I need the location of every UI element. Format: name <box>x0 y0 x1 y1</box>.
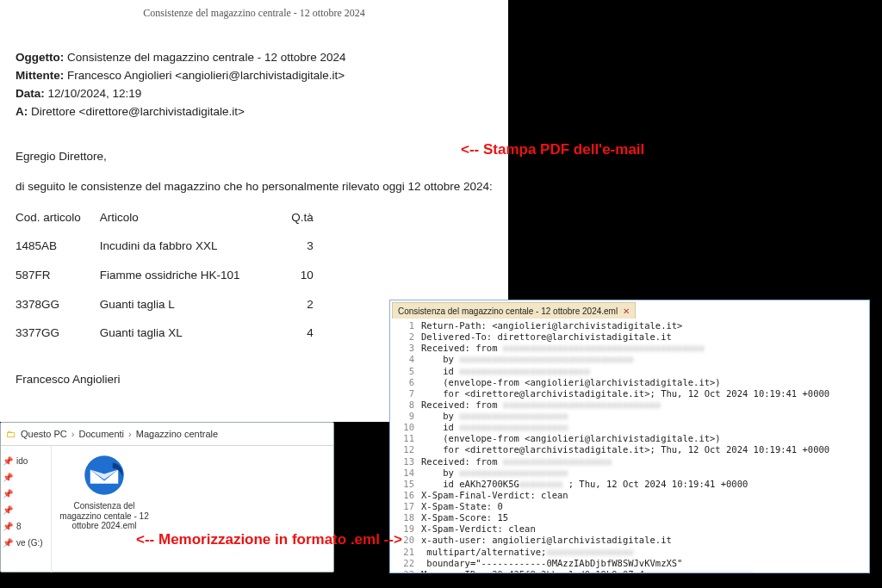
eml-source-editor: Consistenza del magazzino centale - 12 o… <box>389 300 870 573</box>
folder-icon: 🗀 <box>6 429 16 439</box>
value-to: Direttore <direttore@larchivistadigitale… <box>31 105 245 118</box>
table-row: 587FRFiamme ossidriche HK-10110 <box>16 261 320 290</box>
stock-table: Cod. articolo Articolo Q.tà 1485ABIncudi… <box>16 205 320 348</box>
table-row: 3378GGGuanti taglia L2 <box>16 290 320 319</box>
col-code: Cod. articolo <box>16 205 100 232</box>
label-subject: Oggetto: <box>16 51 64 64</box>
crumb[interactable]: Magazzino centrale <box>136 429 218 439</box>
annotation-eml: <-- Memorizzazione in formato .eml --> <box>136 531 402 548</box>
editor-tab[interactable]: Consistenza del magazzino centale - 12 o… <box>392 302 636 319</box>
annotation-pdf: <-- Stampa PDF dell'e-mail <box>461 141 644 158</box>
value-date: 12/10/2024, 12:19 <box>48 87 142 100</box>
table-row: 1485ABIncudini da fabbro XXL3 <box>16 232 320 261</box>
intro-line: di seguito le consistenze del magazzino … <box>16 177 493 196</box>
crumb[interactable]: Documenti <box>78 429 124 439</box>
col-qty: Q.tà <box>274 205 320 232</box>
crumb[interactable]: Questo PC <box>21 429 67 439</box>
value-from: Francesco Angiolieri <angiolieri@larchiv… <box>67 69 345 82</box>
col-name: Articolo <box>100 205 274 232</box>
source-code[interactable]: 1Return-Path: <angiolieri@larchivistadig… <box>390 319 869 573</box>
close-icon[interactable]: ✕ <box>623 306 630 316</box>
file-name: Consistenza del magazzino centale - 12 o… <box>57 501 152 531</box>
label-to: A: <box>16 105 28 118</box>
greeting: Egregio Direttore, <box>16 147 493 166</box>
tab-title: Consistenza del magazzino centale - 12 o… <box>398 306 618 316</box>
table-row: 3377GGGuanti taglia XL4 <box>16 319 320 348</box>
breadcrumb[interactable]: 🗀 Questo PC› Documenti› Magazzino centra… <box>1 423 333 446</box>
label-from: Mittente: <box>16 69 64 82</box>
pdf-header-title: Consistenze del magazzino centrale - 12 … <box>16 0 493 20</box>
file-pane[interactable]: Consistenza del magazzino centale - 12 o… <box>52 446 333 573</box>
value-subject: Consistenze del magazzino centrale - 12 … <box>67 51 345 64</box>
label-date: Data: <box>16 87 45 100</box>
email-headers: Oggetto: Consistenze del magazzino centr… <box>16 49 493 121</box>
thunderbird-icon <box>82 453 127 498</box>
explorer-sidebar: 📌ido📌📌📌📌8📌ve (G:) <box>1 446 52 573</box>
file-explorer-window: 🗀 Questo PC› Documenti› Magazzino centra… <box>0 422 334 573</box>
file-item[interactable]: Consistenza del magazzino centale - 12 o… <box>57 453 152 531</box>
